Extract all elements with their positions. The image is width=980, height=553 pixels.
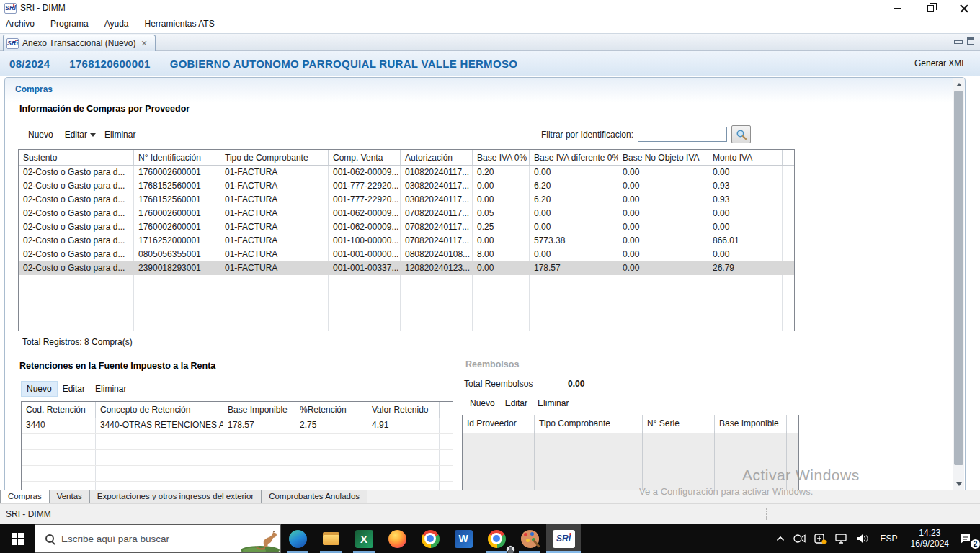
taskbar-app-edge[interactable]: [281, 524, 314, 553]
table-row[interactable]: 02-Costo o Gasto para d...23900182930010…: [19, 261, 794, 275]
view-minimize-icon[interactable]: [954, 37, 961, 45]
taskbar-app-excel[interactable]: X: [347, 524, 380, 553]
search-highlight-image[interactable]: [240, 525, 280, 552]
column-header-7[interactable]: Base IVA diferente 0%: [530, 150, 618, 165]
menu-archivo[interactable]: Archivo: [0, 17, 43, 31]
scroll-up-icon[interactable]: [953, 78, 964, 90]
tab-compras[interactable]: Compras: [0, 490, 50, 503]
taskbar-app-chrome[interactable]: [414, 524, 447, 553]
table-row[interactable]: 34403440-OTRAS RETENCIONES A...178.572.7…: [22, 418, 453, 434]
tab-close-icon[interactable]: ✕: [139, 38, 148, 49]
app-logo-icon: SRi: [4, 3, 17, 14]
reembolsos-eliminar-button[interactable]: Eliminar: [533, 397, 574, 410]
restore-button[interactable]: [914, 0, 947, 16]
tray-network-icon[interactable]: [831, 524, 852, 553]
taskbar-app-firefox[interactable]: [380, 524, 414, 553]
tray-language-indicator[interactable]: ESP: [873, 524, 905, 553]
table-row[interactable]: 02-Costo o Gasto para d...17681525600010…: [19, 179, 794, 193]
column-header-4[interactable]: Base Imponible: [715, 415, 787, 431]
column-header-8[interactable]: Base No Objeto IVA: [618, 150, 708, 165]
scrollbar-thumb[interactable]: [954, 91, 963, 465]
menu-ayuda[interactable]: Ayuda: [97, 17, 138, 31]
column-header-3[interactable]: Tipo de Comprobante: [220, 150, 329, 165]
table-cell: [368, 434, 440, 449]
column-header-2[interactable]: N° Identificación: [134, 150, 220, 165]
taskbar-app-sri-dimm[interactable]: SRi: [546, 524, 581, 553]
start-button[interactable]: [0, 524, 35, 553]
compras-eliminar-button[interactable]: Eliminar: [99, 128, 141, 141]
retenciones-nuevo-button[interactable]: Nuevo: [21, 381, 58, 397]
generar-xml-button[interactable]: Generar XML: [914, 58, 966, 68]
taskbar-app-file-explorer[interactable]: [314, 524, 347, 553]
table-row[interactable]: 02-Costo o Gasto para d...17162520000010…: [19, 234, 794, 248]
column-header-2[interactable]: Concepto de Retención: [96, 402, 223, 418]
table-cell: [96, 450, 223, 465]
table-cell: 070820240117...: [401, 234, 473, 248]
tab-ventas[interactable]: Ventas: [50, 490, 90, 503]
table-cell: 02-Costo o Gasto para d...: [19, 234, 134, 248]
taskbar-app-word[interactable]: W: [447, 524, 480, 553]
table-row[interactable]: 02-Costo o Gasto para d...17681525600010…: [19, 193, 794, 207]
empty-row[interactable]: [22, 434, 453, 450]
compras-editar-button[interactable]: Editar: [59, 128, 89, 141]
table-row[interactable]: 02-Costo o Gasto para d...08050563550010…: [19, 248, 794, 261]
column-header-5[interactable]: Valor Retenido: [368, 402, 440, 418]
reembolsos-nuevo-button[interactable]: Nuevo: [465, 397, 500, 410]
column-header-4[interactable]: %Retención: [295, 402, 368, 418]
table-row[interactable]: 02-Costo o Gasto para d...17600026000010…: [19, 220, 794, 234]
minimize-button[interactable]: [881, 0, 914, 16]
tray-meet-now-icon[interactable]: [789, 524, 810, 553]
tray-update-icon[interactable]: [810, 524, 831, 553]
reembolsos-toolbar: Nuevo Editar Eliminar: [465, 397, 574, 410]
table-cell: 1760002600001: [134, 220, 220, 234]
menu-programa[interactable]: Programa: [43, 17, 97, 31]
retenciones-eliminar-button[interactable]: Eliminar: [90, 382, 131, 396]
column-header-1[interactable]: Sustento: [19, 150, 134, 165]
taskbar-search[interactable]: Escribe aquí para buscar: [35, 524, 281, 553]
editar-dropdown-icon[interactable]: [90, 133, 96, 137]
vertical-scrollbar[interactable]: [953, 78, 964, 490]
compras-nuevo-button[interactable]: Nuevo: [22, 128, 59, 141]
empty-row[interactable]: [22, 466, 453, 482]
column-header-1[interactable]: Cod. Retención: [22, 402, 96, 418]
tab-exportaciones[interactable]: Exportaciones y otros ingresos del exter…: [90, 490, 262, 503]
tab-anexo-transaccional[interactable]: SRi Anexo Transaccional (Nuevo) ✕: [3, 35, 156, 51]
table-row[interactable]: 02-Costo o Gasto para d...17600026000010…: [19, 207, 794, 220]
scroll-down-icon[interactable]: [953, 478, 964, 490]
tray-clock[interactable]: 14:2316/9/2024: [905, 524, 955, 553]
table-cell: 5773.38: [530, 234, 618, 248]
table-cell: 02-Costo o Gasto para d...: [19, 248, 134, 261]
table-row[interactable]: 02-Costo o Gasto para d...17600026000010…: [19, 166, 794, 179]
column-header-4[interactable]: Comp. Venta: [329, 150, 401, 165]
empty-row[interactable]: [22, 450, 453, 466]
tray-notifications-icon[interactable]: 2: [955, 524, 980, 553]
column-header-9[interactable]: Monto IVA: [708, 150, 783, 165]
menu-herramientas-ats[interactable]: Herramientas ATS: [138, 17, 223, 31]
reembolsos-editar-button[interactable]: Editar: [500, 397, 533, 410]
tray-volume-icon[interactable]: [852, 524, 873, 553]
column-header-3[interactable]: N° Serie: [643, 415, 715, 431]
table-cell: [368, 466, 440, 481]
panel-title: Compras: [15, 84, 53, 94]
reembolsos-title: Reembolsos: [466, 359, 519, 369]
table-cell: 01-FACTURA: [220, 207, 329, 220]
taskbar-app-chrome-profile[interactable]: [480, 524, 513, 553]
tray-chevron-up-icon[interactable]: [772, 524, 789, 553]
filter-search-button[interactable]: [731, 125, 751, 143]
taskbar-app-paint[interactable]: [513, 524, 546, 553]
column-header-5[interactable]: Autorización: [401, 150, 473, 165]
close-button[interactable]: [947, 0, 980, 16]
column-header-1[interactable]: Id Proveedor: [463, 415, 535, 431]
view-maximize-icon[interactable]: [967, 37, 974, 45]
column-header-6[interactable]: Base IVA 0%: [473, 150, 530, 165]
table-cell: 001-001-00337...: [329, 261, 401, 275]
column-header-3[interactable]: Base Imponible: [223, 402, 295, 418]
table-cell: [368, 450, 440, 465]
retenciones-editar-button[interactable]: Editar: [58, 382, 90, 396]
empty-row[interactable]: [22, 482, 453, 490]
column-header-2[interactable]: Tipo Comprobante: [535, 415, 643, 431]
table-cell: 3440-OTRAS RETENCIONES A...: [96, 418, 223, 433]
tab-comprobantes-anulados[interactable]: Comprobantes Anulados: [262, 490, 368, 503]
total-reembolsos-value: 0.00: [568, 379, 584, 389]
filter-input[interactable]: [638, 127, 727, 142]
